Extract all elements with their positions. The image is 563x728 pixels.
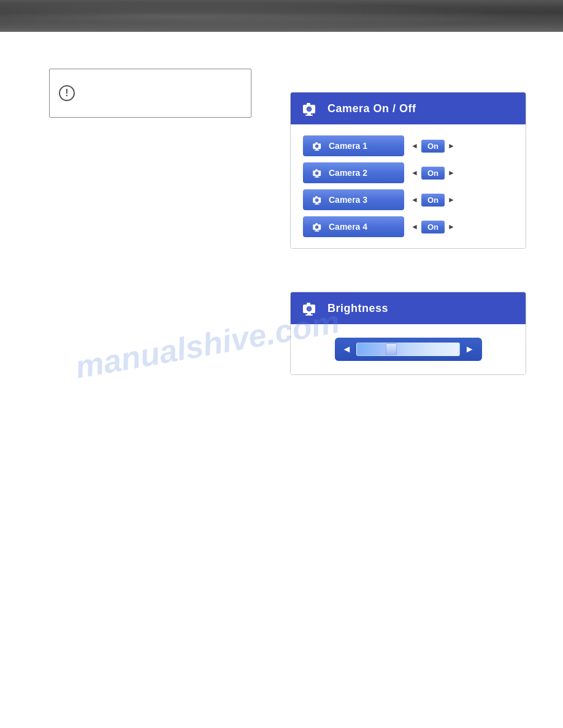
camera-1-icon xyxy=(312,140,324,152)
svg-point-14 xyxy=(316,172,318,175)
brightness-slider-thumb[interactable] xyxy=(386,343,397,355)
camera-4-button[interactable]: Camera 4 xyxy=(303,216,404,237)
brightness-left-arrow[interactable]: ◄ xyxy=(342,344,352,355)
camera-4-right-arrow[interactable]: ► xyxy=(446,220,457,233)
svg-point-32 xyxy=(307,307,311,311)
camera-3-control: ◄ On ► xyxy=(409,193,457,207)
camera-2-value: On xyxy=(421,167,445,180)
svg-rect-15 xyxy=(315,169,318,171)
camera-4-icon xyxy=(312,221,324,233)
camera-2-button[interactable]: Camera 2 xyxy=(303,162,404,183)
camera-panel-title: Camera On / Off xyxy=(327,102,416,115)
svg-rect-5 xyxy=(305,115,313,116)
brightness-panel-header: Brightness xyxy=(291,292,526,324)
brightness-right-arrow[interactable]: ► xyxy=(465,344,475,355)
camera-3-button[interactable]: Camera 3 xyxy=(303,189,404,210)
svg-point-8 xyxy=(316,145,318,148)
camera-1-left-arrow[interactable]: ◄ xyxy=(409,139,420,153)
camera-3-icon xyxy=(312,194,324,206)
svg-rect-23 xyxy=(315,203,320,204)
camera-2-icon xyxy=(312,167,324,179)
svg-rect-21 xyxy=(315,196,318,198)
camera-1-button[interactable]: Camera 1 xyxy=(303,135,404,156)
camera-4-left-arrow[interactable]: ◄ xyxy=(409,220,420,233)
camera-panel-header: Camera On / Off xyxy=(291,93,526,124)
notice-box: ! xyxy=(49,69,251,118)
brightness-panel-body: ◄ ► xyxy=(291,324,526,374)
camera-panel-body: Camera 1 ◄ On ► xyxy=(291,124,526,248)
camera-3-left-arrow[interactable]: ◄ xyxy=(409,193,420,207)
camera-1-right-arrow[interactable]: ► xyxy=(446,139,457,153)
svg-rect-33 xyxy=(307,303,310,305)
camera-1-value: On xyxy=(421,140,445,153)
camera-3-label: Camera 3 xyxy=(329,195,367,205)
svg-point-2 xyxy=(307,107,311,111)
camera-row-4: Camera 4 ◄ On ► xyxy=(303,216,513,237)
camera-4-control: ◄ On ► xyxy=(409,220,457,233)
svg-rect-35 xyxy=(305,314,313,316)
brightness-slider-container: ◄ ► xyxy=(335,338,482,361)
svg-rect-11 xyxy=(315,150,320,150)
panels-container: Camera On / Off xyxy=(290,92,526,375)
camera-2-control: ◄ On ► xyxy=(409,166,457,180)
camera-2-right-arrow[interactable]: ► xyxy=(446,166,457,180)
svg-point-20 xyxy=(316,199,318,202)
svg-rect-27 xyxy=(315,223,318,225)
camera-2-label: Camera 2 xyxy=(329,168,367,178)
svg-rect-29 xyxy=(315,230,320,231)
svg-point-26 xyxy=(316,226,318,229)
camera-onoff-panel: Camera On / Off xyxy=(290,92,526,249)
camera-2-left-arrow[interactable]: ◄ xyxy=(409,166,420,180)
camera-row-2: Camera 2 ◄ On ► xyxy=(303,162,513,183)
camera-row-1: Camera 1 ◄ On ► xyxy=(303,135,513,156)
camera-1-control: ◄ On ► xyxy=(409,139,457,153)
camera-row-3: Camera 3 ◄ On ► xyxy=(303,189,513,210)
brightness-panel: Brightness ◄ ► xyxy=(290,292,526,375)
camera-4-label: Camera 4 xyxy=(329,222,367,232)
header-banner xyxy=(0,0,563,32)
brightness-slider-track[interactable] xyxy=(356,343,459,356)
brightness-panel-title: Brightness xyxy=(327,302,388,315)
camera-3-right-arrow[interactable]: ► xyxy=(446,193,457,207)
camera-4-value: On xyxy=(421,221,445,233)
camera-header-icon xyxy=(301,99,320,118)
svg-rect-17 xyxy=(315,176,320,177)
brightness-header-icon xyxy=(301,298,320,318)
svg-rect-3 xyxy=(307,103,310,105)
notice-icon: ! xyxy=(59,85,75,101)
svg-rect-9 xyxy=(315,142,318,144)
camera-3-value: On xyxy=(421,194,445,207)
camera-1-label: Camera 1 xyxy=(329,141,367,151)
